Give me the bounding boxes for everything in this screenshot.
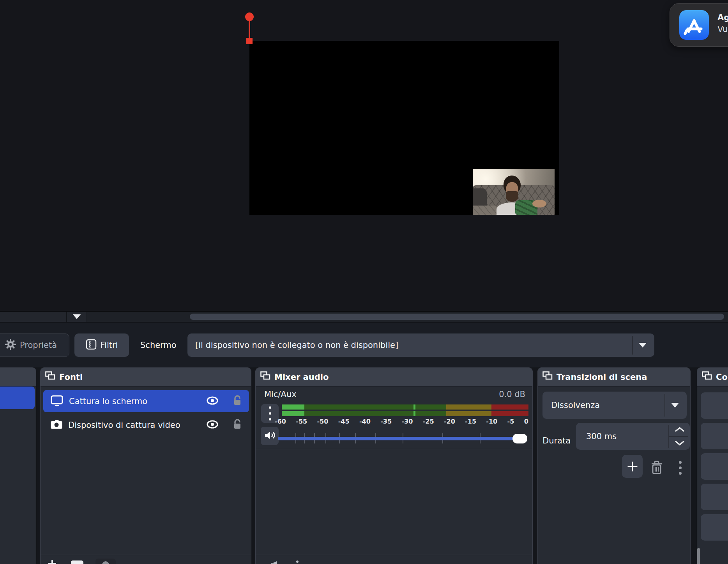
mixer-panel-header: Mixer audio (256, 368, 532, 387)
channel-level-db: 0.0 dB (499, 390, 525, 399)
controls-icon (702, 371, 712, 383)
meter-tick-label: -20 (444, 418, 455, 426)
chevron-down-icon (639, 343, 647, 348)
source-properties-button[interactable] (95, 559, 116, 564)
volume-meter-left (282, 404, 528, 410)
kebab-icon (269, 406, 271, 409)
chevron-down-icon (73, 314, 81, 319)
volume-slider-track (278, 437, 521, 440)
source-corner-handle[interactable] (246, 38, 253, 44)
controls-panel-header: Con (697, 368, 728, 387)
device-select[interactable]: [il dispositivo non è collegato o non è … (187, 333, 654, 357)
preview-canvas (249, 41, 559, 215)
meter-tick-label: -40 (359, 418, 371, 426)
sources-panel-title: Fonti (59, 372, 83, 382)
notification-body: Vu (717, 25, 728, 34)
meter-tick-label: -5 (507, 418, 514, 426)
transition-select[interactable]: Dissolvenza (542, 392, 687, 419)
mute-button[interactable] (261, 427, 279, 445)
remove-source-icon[interactable] (71, 560, 83, 564)
controls-button[interactable] (701, 484, 728, 510)
source-label: Cattura lo schermo (69, 397, 147, 406)
mixer-panel: Mixer audio Mic/Aux 0.0 dB -60-55-50-45-… (255, 367, 533, 564)
filters-button[interactable]: Filtri (74, 333, 129, 357)
duration-value: 300 ms (586, 432, 617, 441)
chevron-down-icon (671, 403, 679, 408)
duration-decrement-button[interactable] (669, 437, 690, 449)
mixer-panel-title: Mixer audio (274, 372, 329, 382)
display-icon (50, 395, 64, 408)
speaker-icon[interactable] (271, 561, 277, 564)
collapse-preview-button[interactable] (67, 312, 87, 322)
meter-tick-label: -50 (317, 418, 328, 426)
meter-peak-indicator (413, 404, 415, 410)
scroll-row-left-section (0, 312, 67, 322)
properties-button[interactable]: Proprietà (0, 333, 69, 357)
channel-name: Mic/Aux (264, 390, 297, 399)
source-label: Dispositivo di cattura video (68, 420, 180, 430)
meter-tick-label: -60 (275, 418, 286, 426)
controls-button[interactable] (701, 392, 728, 419)
volume-meter-right (282, 411, 528, 416)
meter-tick-label: -30 (401, 418, 413, 426)
source-name-label: Schermo (140, 333, 177, 357)
transition-options-button[interactable] (677, 459, 683, 476)
source-row-video-capture[interactable]: Dispositivo di cattura video (43, 414, 249, 436)
source-toolbar: Proprietà Filtri Schermo [il dispositivo… (0, 323, 728, 367)
select-divider (632, 336, 633, 355)
webcam-person-beard (506, 191, 518, 202)
controls-panel: Con (697, 367, 728, 564)
preview-scroll-row (0, 311, 728, 323)
mixer-icon (260, 371, 270, 383)
sources-icon (45, 371, 55, 383)
meter-tick-label: -55 (296, 418, 307, 426)
horizontal-scrollbar-thumb[interactable] (190, 314, 724, 320)
meter-tick-label: -15 (465, 418, 476, 426)
controls-button[interactable] (701, 514, 728, 541)
meter-peak-indicator (413, 411, 415, 416)
controls-panel-title: Con (716, 372, 728, 382)
volume-slider[interactable] (278, 433, 527, 444)
webcam-source[interactable] (473, 169, 555, 215)
unlock-icon[interactable] (233, 419, 242, 431)
obs-window: Ag Vu (0, 0, 728, 564)
scenes-panel-header (0, 368, 36, 387)
duration-spinbox[interactable]: 300 ms (576, 423, 690, 450)
transition-select-value: Dissolvenza (551, 401, 600, 410)
source-row-screen-capture[interactable]: Cattura lo schermo (43, 390, 249, 412)
eye-icon[interactable] (206, 420, 219, 430)
scene-item-selected[interactable] (0, 387, 35, 409)
meter-scale: -60-55-50-45-40-35-30-25-20-15-10-50 (275, 418, 528, 426)
controls-button[interactable] (701, 453, 728, 480)
filters-button-label: Filtri (101, 341, 118, 350)
volume-slider-handle[interactable] (512, 434, 527, 443)
eye-icon[interactable] (206, 396, 219, 406)
remove-transition-button[interactable] (649, 459, 664, 476)
meter-tick-label: -25 (423, 418, 434, 426)
source-rotate-handle[interactable] (245, 12, 254, 21)
webcam-person-hand (532, 200, 546, 208)
meter-tick-label: 0 (524, 418, 528, 426)
scenes-panel (0, 367, 36, 564)
sources-panel: Fonti Cattura lo schermo (40, 367, 251, 564)
bottom-dock: Fonti Cattura lo schermo (0, 367, 728, 564)
select-divider (664, 394, 665, 417)
add-transition-button[interactable] (622, 455, 643, 478)
macos-notification[interactable]: Ag Vu (670, 3, 728, 47)
device-select-value: [il dispositivo non è collegato o non è … (187, 341, 398, 350)
kebab-icon[interactable] (296, 560, 299, 564)
source-rotate-line (249, 21, 250, 38)
speaker-icon (264, 430, 276, 442)
meter-tick-label: -35 (380, 418, 392, 426)
properties-button-label: Proprietà (20, 341, 57, 350)
duration-increment-button[interactable] (669, 423, 690, 436)
sources-panel-footer (41, 555, 251, 564)
controls-button[interactable] (701, 423, 728, 449)
transitions-panel-header: Transizioni di scena (538, 368, 690, 387)
gear-icon (102, 561, 109, 564)
duration-label: Durata (542, 427, 571, 454)
unlock-icon[interactable] (233, 395, 242, 408)
panel-resize-handle[interactable] (697, 548, 700, 564)
notification-title: Ag (717, 13, 728, 22)
app-store-icon (679, 10, 709, 40)
